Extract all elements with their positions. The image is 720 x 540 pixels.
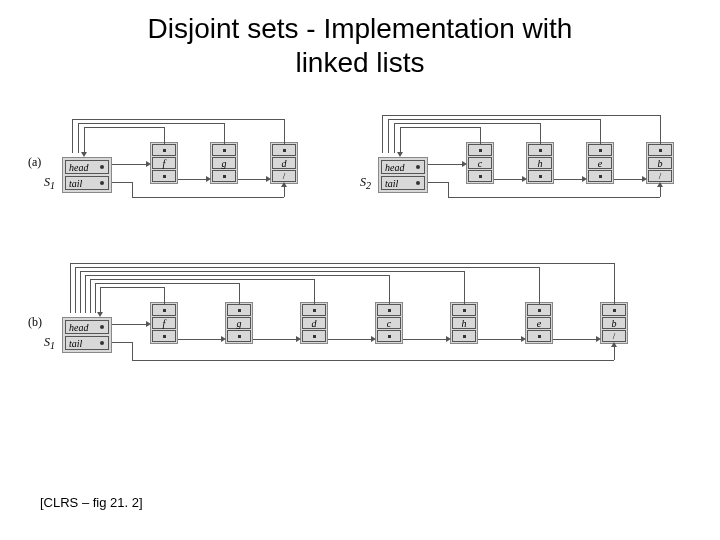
arrow-head-icon <box>266 176 271 182</box>
pointer-dot <box>416 181 420 185</box>
pointer-dot <box>100 181 104 185</box>
arrow-head-icon <box>146 161 151 167</box>
node-h-a: h <box>526 142 554 184</box>
node-key: h <box>528 157 552 169</box>
arrow-head-icon <box>657 182 663 187</box>
node-h-b: h <box>450 302 478 344</box>
node-next-ptr <box>528 170 552 182</box>
arrow-head-icon <box>596 336 601 342</box>
arrow-line <box>614 179 642 180</box>
arrow-line <box>178 179 206 180</box>
node-key: f <box>152 317 176 329</box>
arrow-line <box>85 275 390 276</box>
node-next-ptr <box>302 330 326 342</box>
set-box-s1-b: head tail <box>62 317 112 353</box>
arrow-line <box>388 119 601 120</box>
node-back-ptr <box>588 144 612 156</box>
node-e-a: e <box>586 142 614 184</box>
node-c-a: c <box>466 142 494 184</box>
node-key: e <box>588 157 612 169</box>
arrow-line <box>428 182 448 183</box>
arrow-head-icon <box>582 176 587 182</box>
arrow-line <box>400 127 401 153</box>
set-box-s2-a: head tail <box>378 157 428 193</box>
tail-row: tail <box>65 176 109 190</box>
node-back-ptr <box>602 304 626 316</box>
arrow-line <box>78 123 79 153</box>
arrow-head-icon <box>371 336 376 342</box>
node-key: d <box>302 317 326 329</box>
head-row: head <box>381 160 425 174</box>
tail-row: tail <box>381 176 425 190</box>
arrow-line <box>164 287 165 305</box>
arrow-head-icon <box>146 321 151 327</box>
node-back-ptr <box>452 304 476 316</box>
node-next-nil <box>648 170 672 182</box>
arrow-line <box>448 197 660 198</box>
arrow-line <box>464 271 465 305</box>
node-back-ptr <box>227 304 251 316</box>
arrow-line <box>75 267 540 268</box>
arrow-line <box>400 127 481 128</box>
row-label-b: (b) <box>28 315 42 330</box>
arrow-line <box>480 127 481 145</box>
arrow-line <box>75 267 76 313</box>
arrow-line <box>540 123 541 145</box>
node-key: g <box>227 317 251 329</box>
arrow-line <box>112 324 146 325</box>
node-key: c <box>377 317 401 329</box>
arrow-line <box>112 164 146 165</box>
arrow-line <box>70 263 71 313</box>
arrow-line <box>112 182 132 183</box>
tail-row: tail <box>65 336 109 350</box>
node-key: b <box>648 157 672 169</box>
arrow-line <box>284 119 285 145</box>
arrow-head-icon <box>97 312 103 317</box>
node-key: f <box>152 157 176 169</box>
node-next-nil <box>272 170 296 182</box>
node-next-nil <box>602 330 626 342</box>
node-next-ptr <box>212 170 236 182</box>
arrow-head-icon <box>81 152 87 157</box>
arrow-line <box>178 339 221 340</box>
node-back-ptr <box>272 144 296 156</box>
pointer-dot <box>100 165 104 169</box>
arrow-line <box>70 263 615 264</box>
set-box-s1-a: head tail <box>62 157 112 193</box>
arrow-line <box>112 342 132 343</box>
arrow-line <box>90 279 315 280</box>
node-f-b: f <box>150 302 178 344</box>
node-g-a: g <box>210 142 238 184</box>
arrow-line <box>403 339 446 340</box>
arrow-line <box>382 115 661 116</box>
pointer-dot <box>100 341 104 345</box>
node-back-ptr <box>377 304 401 316</box>
head-row: head <box>65 320 109 334</box>
arrow-line <box>72 119 285 120</box>
arrow-line <box>100 287 101 313</box>
slide-title: Disjoint sets - Implementation with link… <box>0 0 720 87</box>
arrow-line <box>389 275 390 305</box>
node-back-ptr <box>212 144 236 156</box>
arrow-line <box>428 164 462 165</box>
arrow-head-icon <box>522 176 527 182</box>
node-next-ptr <box>152 170 176 182</box>
arrow-head-icon <box>446 336 451 342</box>
arrow-line <box>388 119 389 153</box>
node-key: h <box>452 317 476 329</box>
citation-text: [CLRS – fig 21. 2] <box>40 495 143 510</box>
arrow-head-icon <box>296 336 301 342</box>
node-c-b: c <box>375 302 403 344</box>
arrow-line <box>80 271 81 313</box>
arrow-line <box>394 123 395 153</box>
node-back-ptr <box>468 144 492 156</box>
arrow-line <box>95 283 96 313</box>
arrow-head-icon <box>642 176 647 182</box>
node-next-ptr <box>468 170 492 182</box>
node-d-b: d <box>300 302 328 344</box>
arrow-head-icon <box>521 336 526 342</box>
arrow-line <box>84 127 165 128</box>
arrow-line <box>85 275 86 313</box>
title-line-2: linked lists <box>295 47 424 78</box>
arrow-line <box>554 179 582 180</box>
